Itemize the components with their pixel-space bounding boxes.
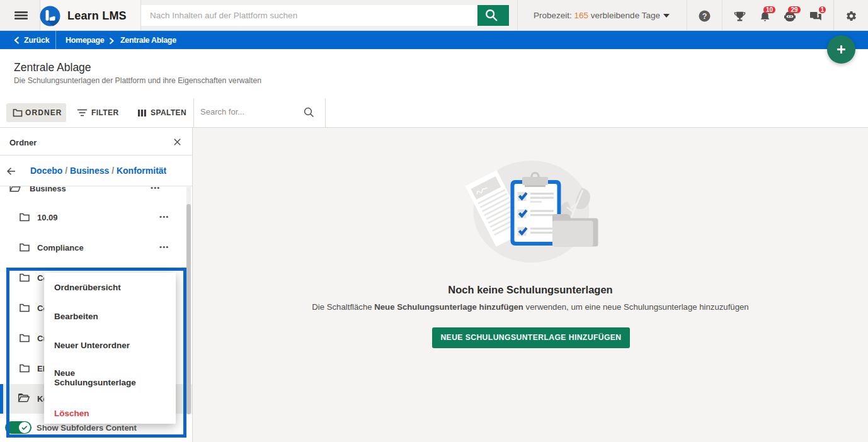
svg-text:?: ? [702,12,707,21]
